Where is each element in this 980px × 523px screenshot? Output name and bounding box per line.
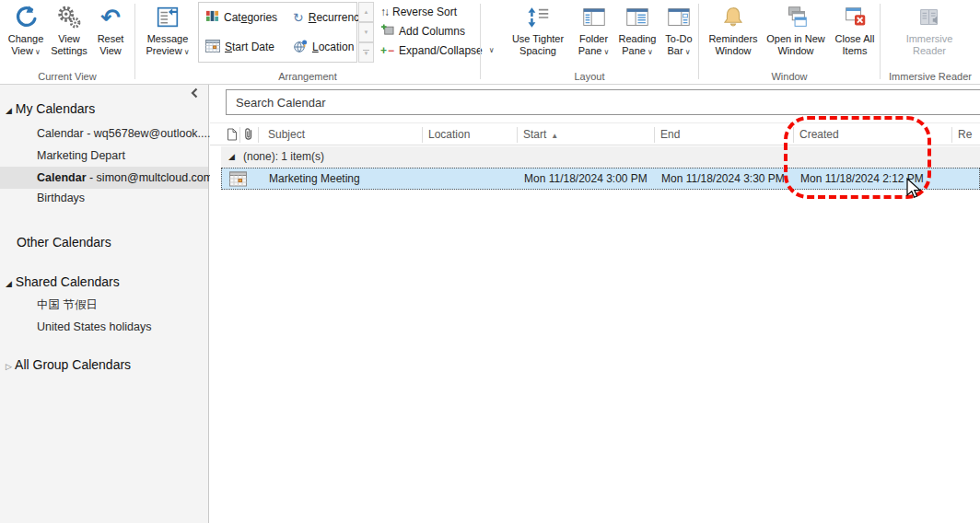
reminders-window-label: Reminders Window [703,33,764,57]
calendar-list-view: Subject Location Start▲ End Created Re ◢… [210,85,980,523]
ribbon-group-arrangement: Message Preview∨ Categories ↻ Recurrence [135,0,480,84]
group-label-layout: Layout [481,71,698,82]
view-settings-button[interactable]: View Settings [48,2,90,66]
categories-label: Categories [224,11,277,24]
attachment-icon[interactable] [243,127,253,145]
close-all-items-button[interactable]: Close All Items [832,2,878,66]
reading-pane-button[interactable]: Reading Pane∨ [614,2,660,66]
my-calendars-label: My Calendars [16,101,95,116]
open-in-new-window-button[interactable]: Open in New Window [760,2,832,66]
use-tighter-spacing-button[interactable]: Use Tighter Spacing [505,2,571,66]
message-preview-label: Message Preview [146,33,189,56]
group-header-row[interactable]: ◢ (none): 1 item(s) [221,146,980,168]
gallery-scroll-down-button[interactable]: ▼ [358,22,374,42]
reset-view-label: Reset View [90,33,131,57]
sidebar-item-birthdays[interactable]: Birthdays [37,192,85,204]
sidebar-item-calendar-wq[interactable]: Calendar - wq5678ew@outlook.... [37,127,211,140]
calendar-icon [205,39,220,55]
sidebar-item-calendar-simon-label[interactable]: Calendar - simon@multcloud.com [37,171,213,184]
column-header-subject[interactable]: Subject [268,128,305,141]
triangle-down-icon: ▼ [364,29,369,35]
group-label-arrangement: Arrangement [135,71,480,82]
reverse-sort-icon: ↑↓ [380,6,388,18]
ribbon-group-immersive-reader: Immersive Reader Immersive Reader [881,0,980,84]
section-shared-calendars[interactable]: ◢ Shared Calendars [6,274,120,289]
chevron-down-icon: ∨ [35,48,41,56]
table-row-marketing-meeting[interactable]: Marketing Meeting Mon 11/18/2024 3:00 PM… [221,168,980,190]
section-all-group-calendars[interactable]: ▷ All Group Calendars [6,357,131,372]
folder-pane-icon [580,2,608,33]
minus-icon: − [388,44,394,57]
column-header-end[interactable]: End [660,128,680,141]
recurrence-label: Recurrence [309,11,366,24]
ribbon-group-current-view: Change View∨ View Settings ↶ Reset View … [0,0,134,84]
cell-start: Mon 11/18/2024 3:00 PM [524,172,648,185]
arrange-by-location[interactable]: Location [286,32,356,62]
folder-pane-button[interactable]: Folder Pane∨ [573,2,614,66]
appointment-icon [229,171,247,191]
ribbon-group-window: Reminders Window Open in New Window [699,0,880,84]
collapsed-triangle-icon: ▷ [6,362,12,371]
arrangement-commands: ↑↓ Reverse Sort Add Columns +− Expand/Co… [380,2,495,60]
cell-subject: Marketing Meeting [269,172,360,185]
search-input[interactable] [226,89,980,115]
arrange-by-start-date[interactable]: Start Date [199,32,286,62]
column-header-start[interactable]: Start▲ [523,128,558,141]
arrange-by-recurrence[interactable]: ↻ Recurrence [286,3,356,32]
all-group-calendars-label: All Group Calendars [15,357,131,372]
item-type-icon[interactable] [227,128,238,145]
gear-icon [55,2,83,33]
gallery-scroll-up-button[interactable]: ▲ [358,2,374,22]
immersive-reader-button[interactable]: Immersive Reader [893,2,965,66]
message-preview-button[interactable]: Message Preview∨ [139,2,196,66]
use-tighter-spacing-label: Use Tighter Spacing [505,33,571,57]
immersive-reader-label: Immersive Reader [893,33,965,57]
ribbon: Change View∨ View Settings ↶ Reset View … [0,0,980,85]
column-header-reminder[interactable]: Re [958,128,972,141]
section-other-calendars[interactable]: Other Calendars [17,235,111,250]
start-date-label: Start Date [225,41,274,53]
ribbon-group-layout: Use Tighter Spacing Folder Pane∨ [481,0,698,84]
open-in-new-window-label: Open in New Window [760,33,832,57]
sidebar-item-cn-holidays[interactable]: 中国 节假日 [37,297,98,313]
change-view-button[interactable]: Change View∨ [4,2,48,66]
todo-bar-icon [665,2,693,33]
gallery-more-button[interactable]: ▼ [358,42,374,63]
chevron-down-icon: ∨ [603,48,609,56]
expanded-triangle-icon: ◢ [228,152,235,161]
column-header-created[interactable]: Created [799,128,839,141]
expand-collapse-button[interactable]: +− Expand/Collapse ∨ [380,41,495,60]
column-header-location[interactable]: Location [428,128,470,141]
add-columns-label: Add Columns [399,25,465,38]
reverse-sort-button[interactable]: ↑↓ Reverse Sort [380,2,495,21]
plus-icon: + [380,44,387,57]
sidebar-item-marketing-depart[interactable]: Marketing Depart [37,149,125,162]
chevron-down-icon: ∨ [648,48,653,56]
location-icon [293,39,308,56]
sidebar-item-us-holidays[interactable]: United States holidays [37,320,151,333]
todo-bar-button[interactable]: To-Do Bar∨ [660,2,697,66]
reset-view-button[interactable]: ↶ Reset View [90,2,131,66]
reminders-window-button[interactable]: Reminders Window [703,2,764,66]
close-all-items-label: Close All Items [832,33,878,57]
column-header-row: Subject Location Start▲ End Created Re [210,122,980,145]
bell-icon [719,2,747,33]
add-columns-button[interactable]: Add Columns [380,21,495,41]
arrange-by-categories[interactable]: Categories [199,3,286,32]
minimize-folder-pane-button[interactable] [190,86,199,102]
triangle-down-icon: ▼ [364,51,369,56]
recurrence-icon: ↻ [293,10,304,25]
folder-pane-sidebar: ◢ My Calendars Calendar - wq5678ew@outlo… [0,85,209,523]
expand-collapse-label: Expand/Collapse [399,44,483,57]
reading-pane-icon [624,2,651,33]
tighter-spacing-icon [524,2,552,33]
expanded-triangle-icon: ◢ [6,279,12,288]
sort-ascending-icon: ▲ [551,132,558,140]
section-my-calendars[interactable]: ◢ My Calendars [6,101,95,116]
close-all-items-icon [841,2,869,33]
triangle-up-icon: ▲ [364,9,369,15]
immersive-reader-icon [916,2,943,33]
open-new-window-icon [782,2,810,33]
group-label-window: Window [699,71,880,82]
chevron-down-icon: ∨ [685,48,691,56]
